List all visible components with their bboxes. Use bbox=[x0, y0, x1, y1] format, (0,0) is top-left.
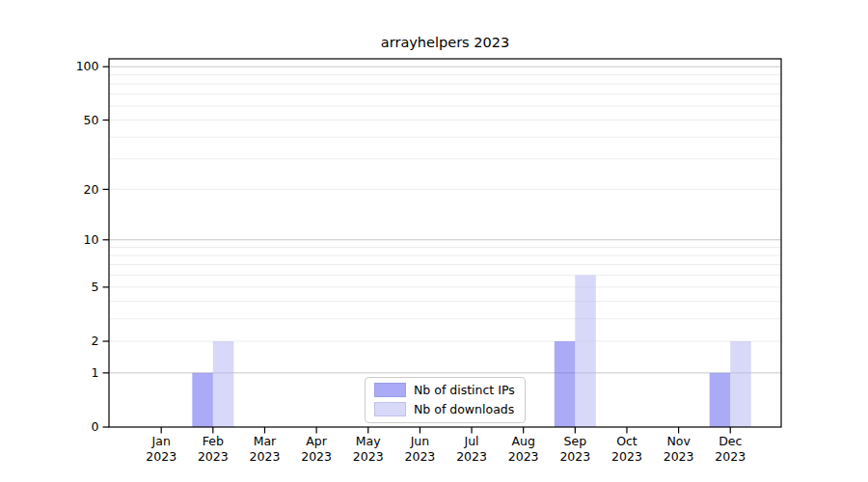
y-tick-label: 2 bbox=[92, 334, 99, 348]
legend-swatch-distinct-ips-icon bbox=[374, 383, 406, 397]
legend-label-distinct-ips: Nb of distinct IPs bbox=[414, 383, 515, 397]
x-tick-label-month: Oct bbox=[616, 434, 637, 448]
x-tick-label-year: 2023 bbox=[456, 449, 487, 464]
x-tick-label-year: 2023 bbox=[198, 449, 229, 464]
x-tick-label-month: Nov bbox=[666, 434, 691, 448]
x-tick-label-month: Feb bbox=[203, 434, 224, 448]
y-tick-label: 0 bbox=[92, 419, 99, 434]
bar-downloads-sep bbox=[575, 275, 596, 427]
y-tick-label: 20 bbox=[84, 182, 99, 197]
x-tick-label-year: 2023 bbox=[664, 449, 694, 464]
x-tick-label-year: 2023 bbox=[250, 449, 281, 464]
legend-item-distinct-ips: Nb of distinct IPs bbox=[374, 383, 515, 397]
x-tick-label-year: 2023 bbox=[715, 449, 746, 464]
x-tick-label-year: 2023 bbox=[353, 449, 384, 464]
y-tick-label: 50 bbox=[84, 113, 99, 127]
x-tick-label-year: 2023 bbox=[301, 449, 332, 464]
x-tick-label-month: Aug bbox=[511, 434, 534, 448]
x-tick-label-month: May bbox=[356, 434, 381, 448]
chart-canvas: arrayhelpers 2023 0125102050100Jan2023Fe… bbox=[0, 0, 868, 482]
bar-distinct-ips-sep bbox=[555, 341, 576, 427]
x-tick-label-month: Apr bbox=[306, 434, 327, 448]
x-tick-label-year: 2023 bbox=[611, 449, 642, 464]
legend-item-downloads: Nb of downloads bbox=[374, 402, 515, 416]
x-tick-label-month: Sep bbox=[564, 434, 587, 448]
x-tick-label-month: Jan bbox=[151, 434, 171, 448]
x-tick-label-year: 2023 bbox=[559, 449, 590, 464]
legend-label-downloads: Nb of downloads bbox=[414, 402, 514, 416]
x-tick-label-year: 2023 bbox=[146, 449, 176, 464]
bar-downloads-feb bbox=[213, 341, 234, 427]
bar-distinct-ips-dec bbox=[710, 373, 731, 427]
y-tick-label: 100 bbox=[76, 59, 99, 73]
x-tick-label-month: Mar bbox=[254, 434, 277, 448]
x-tick-label-year: 2023 bbox=[508, 449, 539, 464]
y-tick-label: 10 bbox=[84, 232, 99, 247]
x-tick-label-month: Jul bbox=[463, 434, 478, 448]
y-tick-label: 1 bbox=[92, 365, 99, 380]
y-tick-label: 5 bbox=[92, 280, 99, 294]
x-tick-label-year: 2023 bbox=[404, 449, 435, 464]
x-tick-label-month: Dec bbox=[719, 434, 742, 448]
legend: Nb of distinct IPs Nb of downloads bbox=[365, 377, 526, 423]
x-tick-label-month: Jun bbox=[410, 434, 430, 448]
axes-spines bbox=[109, 59, 781, 427]
bar-distinct-ips-feb bbox=[192, 373, 213, 427]
bar-downloads-dec bbox=[730, 341, 751, 427]
legend-swatch-downloads-icon bbox=[374, 402, 406, 416]
